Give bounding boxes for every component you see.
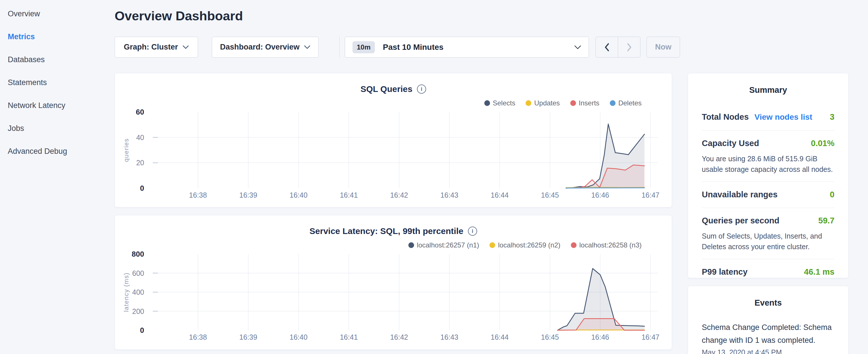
view-nodes-list-link[interactable]: View nodes list <box>754 111 812 123</box>
step-back-button[interactable] <box>596 37 618 57</box>
total-nodes-value: 3 <box>830 110 834 123</box>
divider <box>702 130 834 131</box>
y-tick-label: 40 <box>136 133 144 141</box>
capacity-used-value: 0.01% <box>811 137 834 150</box>
sidebar-item-databases[interactable]: Databases <box>0 48 115 71</box>
x-tick-label: 16:39 <box>239 191 257 199</box>
chevron-down-icon <box>183 45 189 49</box>
y-tick-label: 200 <box>132 307 144 315</box>
p99-latency-value: 46.1 ms <box>804 265 834 278</box>
event-message: Schema Change Completed: Schema change w… <box>702 321 834 347</box>
sidebar-item-jobs[interactable]: Jobs <box>0 117 115 140</box>
capacity-used-label: Capacity Used <box>702 137 759 150</box>
y-axis-label: latency (ms) <box>123 272 130 312</box>
events-panel: Events Schema Change Completed: Schema c… <box>688 286 848 354</box>
x-tick-label: 16:43 <box>440 191 459 199</box>
y-tick-label: 800 <box>132 250 144 258</box>
y-tick-label: 60 <box>136 108 144 116</box>
divider <box>702 182 834 182</box>
chevron-down-icon <box>574 45 581 49</box>
summary-row-unavailable-ranges: Unavailable ranges 0 <box>702 188 834 201</box>
events-title: Events <box>688 286 848 307</box>
y-tick-label: 0 <box>140 326 144 334</box>
y-tick-label: 20 <box>136 159 144 167</box>
summary-row-p99: P99 latency 46.1 ms <box>702 265 834 278</box>
now-button[interactable]: Now <box>647 37 680 58</box>
x-tick-label: 16:40 <box>290 191 308 199</box>
x-tick-label: 16:38 <box>189 191 207 199</box>
summary-panel: Summary Total Nodes View nodes list 3 Ca… <box>688 73 848 278</box>
unavailable-ranges-label: Unavailable ranges <box>702 188 777 201</box>
toolbar-divider <box>339 37 340 58</box>
summary-title: Summary <box>688 73 848 95</box>
summary-row-capacity: Capacity Used 0.01% <box>702 137 834 150</box>
queries-per-second-description: Sum of Selects, Updates, Inserts, and De… <box>702 231 834 252</box>
graph-dropdown[interactable]: Graph: Cluster <box>115 37 198 58</box>
divider <box>702 259 834 259</box>
y-axis-label: queries <box>123 138 130 162</box>
sidebar-item-network-latency[interactable]: Network Latency <box>0 94 115 117</box>
summary-row-qps: Queries per second 59.7 <box>702 214 834 227</box>
sql-queries-chart-card: SQL Queries i SelectsUpdatesInsertsDelet… <box>115 73 672 207</box>
series-line <box>566 188 645 188</box>
chevron-right-icon <box>626 43 632 52</box>
x-tick-label: 16:38 <box>189 333 207 341</box>
x-tick-label: 16:44 <box>491 333 509 341</box>
x-tick-label: 16:47 <box>642 333 660 341</box>
service-latency-chart-card: Service Latency: SQL, 99th percentile i … <box>115 215 672 350</box>
dashboard-dropdown-label: Dashboard: Overview <box>220 43 300 52</box>
chart-plot[interactable]: 16:3816:3916:4016:4116:4216:4316:4416:45… <box>115 73 672 207</box>
sidebar: OverviewMetricsDatabasesStatementsNetwor… <box>0 0 115 354</box>
y-tick-label: 400 <box>132 288 144 296</box>
time-range-selector[interactable]: 10m Past 10 Minutes <box>345 37 589 58</box>
x-tick-label: 16:44 <box>491 191 509 199</box>
graph-dropdown-label: Graph: Cluster <box>124 43 178 52</box>
y-tick-label: 0 <box>140 184 144 192</box>
chevron-left-icon <box>604 43 610 52</box>
x-tick-label: 16:40 <box>290 333 308 341</box>
divider <box>702 207 834 208</box>
sidebar-item-statements[interactable]: Statements <box>0 71 115 94</box>
x-tick-label: 16:41 <box>340 333 358 341</box>
x-tick-label: 16:45 <box>541 333 559 341</box>
time-range-label: Past 10 Minutes <box>383 43 443 52</box>
x-tick-label: 16:43 <box>440 333 459 341</box>
total-nodes-label: Total Nodes <box>702 110 749 123</box>
summary-row-total-nodes: Total Nodes View nodes list 3 <box>702 110 834 123</box>
x-tick-label: 16:46 <box>591 333 609 341</box>
x-tick-label: 16:45 <box>541 191 559 199</box>
time-step-buttons <box>595 37 641 58</box>
x-tick-label: 16:42 <box>390 333 408 341</box>
capacity-used-description: You are using 28.6 MiB of 515.9 GiB usab… <box>702 154 834 175</box>
sidebar-item-overview[interactable]: Overview <box>0 2 115 25</box>
x-tick-label: 16:46 <box>591 191 609 199</box>
queries-per-second-label: Queries per second <box>702 214 779 227</box>
x-tick-label: 16:41 <box>340 191 358 199</box>
sidebar-item-advanced-debug[interactable]: Advanced Debug <box>0 140 115 163</box>
unavailable-ranges-value: 0 <box>830 188 834 201</box>
x-tick-label: 16:47 <box>642 191 660 199</box>
queries-per-second-value: 59.7 <box>818 214 834 227</box>
chart-plot[interactable]: 16:3816:3916:4016:4116:4216:4316:4416:45… <box>115 215 672 350</box>
page-title: Overview Dashboard <box>115 9 243 24</box>
y-tick-label: 600 <box>132 269 144 277</box>
event-timestamp: May 13, 2020 at 4:45 PM <box>702 348 834 354</box>
chevron-down-icon <box>304 45 310 49</box>
dashboard-dropdown[interactable]: Dashboard: Overview <box>212 37 319 58</box>
p99-latency-label: P99 latency <box>702 265 748 278</box>
sidebar-item-metrics[interactable]: Metrics <box>0 25 115 48</box>
x-tick-label: 16:42 <box>390 191 408 199</box>
time-range-badge: 10m <box>352 41 375 53</box>
step-forward-button[interactable] <box>618 37 640 57</box>
x-tick-label: 16:39 <box>239 333 257 341</box>
